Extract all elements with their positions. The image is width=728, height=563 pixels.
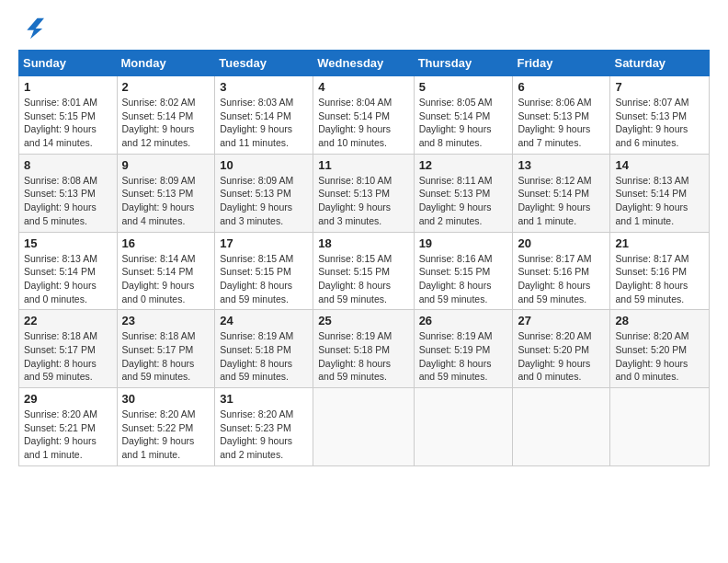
weekday-friday: Friday: [513, 51, 610, 76]
day-info: Sunrise: 8:09 AMSunset: 5:13 PMDaylight:…: [122, 174, 210, 228]
weekday-sunday: Sunday: [19, 51, 118, 76]
day-number: 22: [24, 314, 112, 327]
calendar-cell: 4Sunrise: 8:04 AMSunset: 5:14 PMDaylight…: [313, 76, 414, 155]
calendar-cell: 10Sunrise: 8:09 AMSunset: 5:13 PMDayligh…: [215, 154, 313, 232]
day-info: Sunrise: 8:20 AMSunset: 5:21 PMDaylight:…: [24, 408, 112, 462]
day-info: Sunrise: 8:15 AMSunset: 5:15 PMDaylight:…: [220, 252, 308, 306]
day-info: Sunrise: 8:20 AMSunset: 5:20 PMDaylight:…: [615, 329, 704, 384]
calendar-cell: [610, 388, 710, 466]
calendar-cell: 15Sunrise: 8:13 AMSunset: 5:14 PMDayligh…: [19, 232, 118, 310]
day-info: Sunrise: 8:17 AMSunset: 5:16 PMDaylight:…: [518, 252, 605, 306]
calendar-cell: 25Sunrise: 8:19 AMSunset: 5:18 PMDayligh…: [313, 310, 414, 388]
weekday-wednesday: Wednesday: [313, 51, 414, 76]
day-info: Sunrise: 8:15 AMSunset: 5:15 PMDaylight:…: [318, 252, 408, 306]
calendar-cell: 1Sunrise: 8:01 AMSunset: 5:15 PMDaylight…: [19, 76, 118, 155]
weekday-tuesday: Tuesday: [215, 51, 313, 76]
day-info: Sunrise: 8:20 AMSunset: 5:22 PMDaylight:…: [122, 408, 210, 462]
calendar-cell: 23Sunrise: 8:18 AMSunset: 5:17 PMDayligh…: [117, 310, 215, 388]
day-number: 7: [615, 80, 704, 94]
day-info: Sunrise: 8:14 AMSunset: 5:14 PMDaylight:…: [122, 252, 210, 306]
calendar-week-4: 22Sunrise: 8:18 AMSunset: 5:17 PMDayligh…: [19, 310, 710, 388]
day-number: 10: [220, 158, 308, 172]
calendar-week-5: 29Sunrise: 8:20 AMSunset: 5:21 PMDayligh…: [19, 388, 710, 466]
calendar-cell: 9Sunrise: 8:09 AMSunset: 5:13 PMDaylight…: [117, 154, 215, 232]
calendar-cell: 31Sunrise: 8:20 AMSunset: 5:23 PMDayligh…: [215, 388, 313, 466]
day-number: 14: [615, 158, 704, 172]
day-number: 31: [220, 392, 308, 406]
day-number: 11: [318, 158, 408, 172]
weekday-saturday: Saturday: [610, 51, 710, 76]
calendar-cell: 13Sunrise: 8:12 AMSunset: 5:14 PMDayligh…: [513, 154, 610, 232]
day-info: Sunrise: 8:20 AMSunset: 5:23 PMDaylight:…: [220, 408, 308, 462]
day-number: 21: [615, 236, 704, 250]
day-number: 25: [318, 314, 408, 327]
day-info: Sunrise: 8:19 AMSunset: 5:19 PMDaylight:…: [419, 329, 508, 384]
day-number: 19: [419, 236, 508, 250]
calendar-cell: 3Sunrise: 8:03 AMSunset: 5:14 PMDaylight…: [215, 76, 313, 155]
calendar-week-2: 8Sunrise: 8:08 AMSunset: 5:13 PMDaylight…: [19, 154, 710, 232]
day-number: 24: [220, 314, 308, 327]
calendar-week-3: 15Sunrise: 8:13 AMSunset: 5:14 PMDayligh…: [19, 232, 710, 310]
day-number: 5: [419, 80, 508, 94]
day-info: Sunrise: 8:06 AMSunset: 5:13 PMDaylight:…: [518, 96, 605, 150]
day-info: Sunrise: 8:18 AMSunset: 5:17 PMDaylight:…: [24, 329, 112, 384]
day-number: 27: [518, 314, 605, 327]
day-number: 3: [220, 80, 308, 94]
day-number: 13: [518, 158, 605, 172]
calendar-week-1: 1Sunrise: 8:01 AMSunset: 5:15 PMDaylight…: [19, 76, 710, 155]
calendar-cell: 21Sunrise: 8:17 AMSunset: 5:16 PMDayligh…: [610, 232, 710, 310]
weekday-thursday: Thursday: [414, 51, 513, 76]
calendar-cell: 16Sunrise: 8:14 AMSunset: 5:14 PMDayligh…: [117, 232, 215, 310]
day-number: 17: [220, 236, 308, 250]
day-number: 30: [122, 392, 210, 406]
day-info: Sunrise: 8:17 AMSunset: 5:16 PMDaylight:…: [615, 252, 704, 306]
day-number: 18: [318, 236, 408, 250]
svg-marker-0: [27, 18, 44, 39]
calendar-cell: [313, 388, 414, 466]
day-number: 4: [318, 80, 408, 94]
calendar-cell: 19Sunrise: 8:16 AMSunset: 5:15 PMDayligh…: [414, 232, 513, 310]
calendar-cell: 29Sunrise: 8:20 AMSunset: 5:21 PMDayligh…: [19, 388, 118, 466]
day-info: Sunrise: 8:02 AMSunset: 5:14 PMDaylight:…: [122, 96, 210, 150]
calendar-cell: 17Sunrise: 8:15 AMSunset: 5:15 PMDayligh…: [215, 232, 313, 310]
day-info: Sunrise: 8:12 AMSunset: 5:14 PMDaylight:…: [518, 174, 605, 228]
weekday-monday: Monday: [117, 51, 215, 76]
day-number: 1: [24, 80, 112, 94]
calendar-cell: 7Sunrise: 8:07 AMSunset: 5:13 PMDaylight…: [610, 76, 710, 155]
calendar-cell: 27Sunrise: 8:20 AMSunset: 5:20 PMDayligh…: [513, 310, 610, 388]
logo: [18, 15, 48, 40]
calendar-cell: 14Sunrise: 8:13 AMSunset: 5:14 PMDayligh…: [610, 154, 710, 232]
calendar-cell: 26Sunrise: 8:19 AMSunset: 5:19 PMDayligh…: [414, 310, 513, 388]
calendar-cell: 18Sunrise: 8:15 AMSunset: 5:15 PMDayligh…: [313, 232, 414, 310]
day-number: 12: [419, 158, 508, 172]
day-info: Sunrise: 8:19 AMSunset: 5:18 PMDaylight:…: [220, 329, 308, 384]
day-number: 26: [419, 314, 508, 327]
day-info: Sunrise: 8:13 AMSunset: 5:14 PMDaylight:…: [615, 174, 704, 228]
day-info: Sunrise: 8:08 AMSunset: 5:13 PMDaylight:…: [24, 174, 112, 228]
day-info: Sunrise: 8:07 AMSunset: 5:13 PMDaylight:…: [615, 96, 704, 150]
day-number: 2: [122, 80, 210, 94]
day-info: Sunrise: 8:05 AMSunset: 5:14 PMDaylight:…: [419, 96, 508, 150]
day-info: Sunrise: 8:18 AMSunset: 5:17 PMDaylight:…: [122, 329, 210, 384]
day-info: Sunrise: 8:13 AMSunset: 5:14 PMDaylight:…: [24, 252, 112, 306]
day-number: 20: [518, 236, 605, 250]
day-info: Sunrise: 8:01 AMSunset: 5:15 PMDaylight:…: [24, 96, 112, 150]
day-number: 29: [24, 392, 112, 406]
calendar-cell: 28Sunrise: 8:20 AMSunset: 5:20 PMDayligh…: [610, 310, 710, 388]
calendar-cell: 6Sunrise: 8:06 AMSunset: 5:13 PMDaylight…: [513, 76, 610, 155]
day-info: Sunrise: 8:09 AMSunset: 5:13 PMDaylight:…: [220, 174, 308, 228]
page-container: SundayMondayTuesdayWednesdayThursdayFrid…: [0, 0, 728, 476]
day-number: 16: [122, 236, 210, 250]
calendar-cell: 30Sunrise: 8:20 AMSunset: 5:22 PMDayligh…: [117, 388, 215, 466]
calendar-cell: 2Sunrise: 8:02 AMSunset: 5:14 PMDaylight…: [117, 76, 215, 155]
calendar-cell: [513, 388, 610, 466]
calendar-cell: 5Sunrise: 8:05 AMSunset: 5:14 PMDaylight…: [414, 76, 513, 155]
day-info: Sunrise: 8:10 AMSunset: 5:13 PMDaylight:…: [318, 174, 408, 228]
day-info: Sunrise: 8:11 AMSunset: 5:13 PMDaylight:…: [419, 174, 508, 228]
day-number: 23: [122, 314, 210, 327]
calendar-header: SundayMondayTuesdayWednesdayThursdayFrid…: [19, 51, 710, 76]
day-info: Sunrise: 8:20 AMSunset: 5:20 PMDaylight:…: [518, 329, 605, 384]
calendar-body: 1Sunrise: 8:01 AMSunset: 5:15 PMDaylight…: [19, 76, 710, 466]
day-number: 9: [122, 158, 210, 172]
calendar-cell: 20Sunrise: 8:17 AMSunset: 5:16 PMDayligh…: [513, 232, 610, 310]
